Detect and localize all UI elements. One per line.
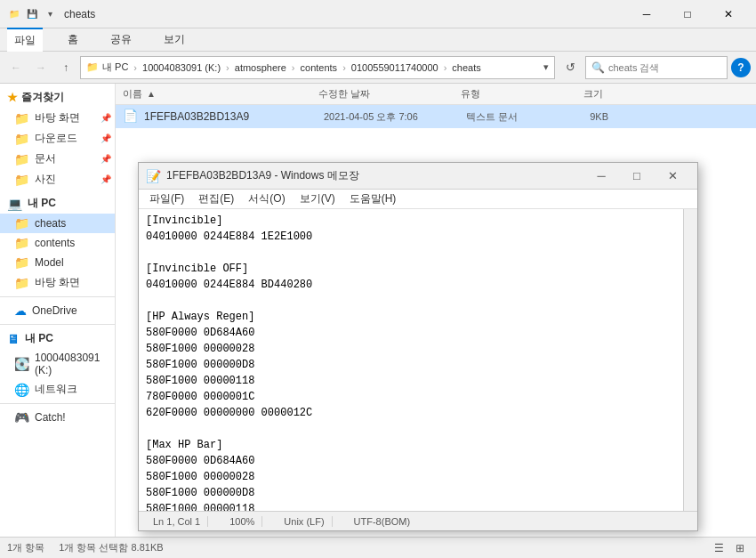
sidebar-item-downloads[interactable]: 📁 다운로드 📌: [0, 128, 115, 149]
encoding: UTF-8(BOM): [347, 516, 418, 527]
sidebar-divider2: [0, 324, 115, 325]
pin-icon: 📌: [101, 174, 111, 184]
notepad-minimize-button[interactable]: ─: [583, 163, 619, 190]
catch-icon: 🎮: [14, 410, 29, 425]
favorites-header[interactable]: ★ 즐겨찾기: [0, 87, 115, 108]
ribbon-tab-file[interactable]: 파일: [7, 28, 43, 52]
sidebar-item-photos[interactable]: 📁 사진 📌: [0, 169, 115, 190]
close-button[interactable]: ✕: [708, 0, 749, 28]
sidebar-mypc-label: 내 PC: [28, 196, 56, 211]
quick-access-save[interactable]: 💾: [25, 7, 39, 21]
network-icon: 🌐: [14, 383, 29, 397]
sidebar-item-mypc2[interactable]: 🖥 내 PC: [0, 328, 115, 349]
file-size: 9KB: [555, 111, 608, 122]
sidebar-item-mypc1[interactable]: 💻 내 PC: [0, 193, 115, 214]
favorites-section: ★ 즐겨찾기 📁 바탕 화면 📌 📁 다운로드 📌 📁 문서 📌 📁 사진: [0, 87, 115, 190]
sidebar-mypc2-label: 내 PC: [25, 331, 53, 346]
col-header-name[interactable]: 이름 ▲: [123, 87, 318, 101]
pin-icon: 📌: [101, 133, 111, 143]
notepad-maximize-button[interactable]: □: [619, 163, 655, 190]
sidebar-item-label: 네트워크: [35, 382, 77, 397]
sidebar-item-label: OneDrive: [32, 304, 77, 317]
notepad-menu-help[interactable]: 도움말(H): [344, 190, 402, 208]
path-cheats[interactable]: cheats: [452, 62, 480, 73]
search-box[interactable]: 🔍: [585, 56, 728, 79]
grid-view-button[interactable]: ⊞: [731, 539, 749, 557]
status-bar: 1개 항목 1개 항목 선택함 8.81KB ☰ ⊞: [0, 537, 756, 558]
folder-icon: 📁: [86, 61, 99, 73]
file-row[interactable]: 📄 1FEFBA03B2BD13A9 2021-04-05 오후 7:06 텍스…: [116, 105, 756, 128]
forward-button[interactable]: →: [30, 57, 52, 78]
item-count: 1개 항목: [7, 541, 44, 554]
window-icon: 📁: [7, 7, 21, 21]
sidebar-item-label: 다운로드: [35, 131, 77, 146]
file-date: 2021-04-05 오후 7:06: [324, 110, 466, 124]
view-controls: ☰ ⊞: [710, 539, 749, 557]
line-ending: Unix (LF): [277, 516, 332, 527]
cursor-position: Ln 1, Col 1: [146, 516, 208, 527]
search-icon: 🔍: [591, 61, 605, 74]
ribbon-tab-share[interactable]: 공유: [103, 28, 139, 51]
sidebar-item-desktop1[interactable]: 📁 바탕 화면 📌: [0, 108, 115, 128]
ribbon-tab-view[interactable]: 보기: [157, 28, 192, 51]
drive-icon: 💽: [14, 357, 29, 371]
address-dropdown-icon[interactable]: ▾: [543, 61, 549, 73]
maximize-button[interactable]: □: [667, 0, 708, 28]
path-atmosphere[interactable]: atmosphere: [235, 62, 286, 73]
notepad-text-area[interactable]: [Invincible] 04010000 0244E884 1E2E1000 …: [139, 209, 683, 511]
refresh-button[interactable]: ↺: [559, 56, 582, 79]
col-header-date[interactable]: 수정한 날짜: [318, 87, 461, 101]
notepad-menu-file[interactable]: 파일(F): [144, 190, 189, 208]
up-button[interactable]: ↑: [55, 57, 76, 78]
pc-icon: 🖥: [7, 332, 20, 346]
sidebar-item-label: contents: [35, 237, 75, 249]
notepad-menu-view[interactable]: 보기(V): [294, 190, 341, 208]
sidebar-item-desktop2[interactable]: 📁 바탕 화면: [0, 272, 115, 293]
notepad-statusbar: Ln 1, Col 1 100% Unix (LF) UTF-8(BOM): [139, 511, 697, 530]
sidebar-item-drive[interactable]: 💽 10004083091 (K:): [0, 349, 115, 379]
minimize-button[interactable]: ─: [626, 0, 667, 28]
address-bar: ← → ↑ 📁 내 PC › 10004083091 (K:) › atmosp…: [0, 52, 756, 84]
title-bar-title: cheats: [64, 8, 626, 20]
notepad-title: 1FEFBA03B2BD13A9 - Windows 메모장: [166, 168, 583, 183]
sidebar-item-catch[interactable]: 🎮 Catch!: [0, 408, 115, 427]
notepad-menu-edit[interactable]: 편집(E): [193, 190, 239, 208]
sidebar-item-contents[interactable]: 📁 contents: [0, 233, 115, 253]
notepad-scrollbar[interactable]: [683, 209, 697, 511]
back-button[interactable]: ←: [5, 57, 27, 78]
sidebar-item-label: 10004083091 (K:): [35, 352, 108, 376]
list-view-button[interactable]: ☰: [710, 539, 728, 557]
sidebar-item-cheats[interactable]: 📁 cheats: [0, 214, 115, 233]
sidebar-item-label: 사진: [35, 172, 56, 187]
path-contents[interactable]: contents: [301, 62, 338, 73]
folder-icon: 📁: [14, 132, 29, 146]
search-input[interactable]: [608, 62, 715, 73]
txt-file-icon: 📄: [123, 109, 139, 125]
pin-icon: 📌: [101, 113, 111, 123]
path-gameid[interactable]: 0100559011740000: [351, 62, 438, 73]
quick-access-arrow[interactable]: ▾: [43, 7, 57, 21]
sidebar-item-onedrive[interactable]: ☁ OneDrive: [0, 301, 115, 320]
notepad-close-button[interactable]: ✕: [655, 163, 690, 190]
path-drive[interactable]: 10004083091 (K:): [142, 62, 221, 73]
folder-icon: 📁: [14, 173, 29, 187]
title-bar-icons: 📁 💾 ▾: [7, 7, 57, 21]
sidebar-item-model[interactable]: 📁 Model: [0, 253, 115, 272]
col-header-size[interactable]: 크기: [550, 87, 603, 101]
notepad-menu-format[interactable]: 서식(O): [243, 190, 290, 208]
folder-icon: 📁: [14, 111, 29, 125]
sidebar-divider3: [0, 403, 115, 404]
title-bar-controls: ─ □ ✕: [626, 0, 749, 28]
ribbon-tab-home[interactable]: 홈: [60, 28, 85, 51]
file-name: 1FEFBA03B2BD13A9: [144, 110, 324, 123]
folder-icon: 📁: [14, 152, 29, 166]
folder-icon: 📁: [14, 255, 29, 270]
path-mypc[interactable]: 내 PC: [102, 61, 128, 74]
sidebar-item-documents[interactable]: 📁 문서 📌: [0, 149, 115, 169]
help-button[interactable]: ?: [731, 58, 751, 77]
sidebar-item-network[interactable]: 🌐 네트워크: [0, 379, 115, 400]
pin-icon: 📌: [101, 154, 111, 164]
notepad-titlebar: 📝 1FEFBA03B2BD13A9 - Windows 메모장 ─ □ ✕: [139, 163, 697, 190]
col-header-type[interactable]: 유형: [461, 87, 550, 101]
address-box[interactable]: 📁 내 PC › 10004083091 (K:) › atmosphere ›…: [80, 56, 555, 79]
